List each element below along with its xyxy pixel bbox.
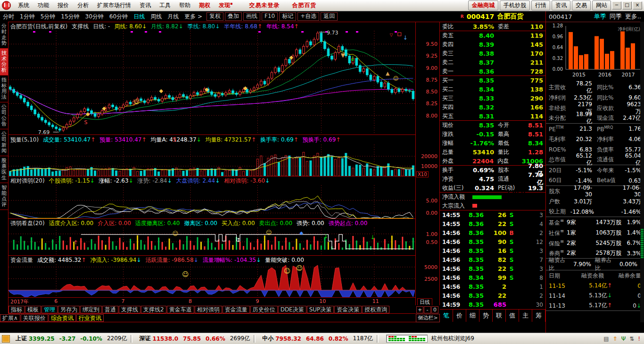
menu-item-功能[interactable]: 功能 — [33, 1, 53, 9]
extension-tab-综合资讯[interactable]: 综合资讯 — [49, 314, 76, 322]
sidebar-item-股票医生[interactable]: 股票医生 — [0, 156, 8, 183]
indicator-tab-管理[interactable]: 管理 — [41, 306, 58, 313]
sidebar-toggle[interactable]: 侧边栏> — [416, 314, 440, 322]
menu-item-系统[interactable]: 系统 — [14, 1, 33, 9]
menu-item-期权[interactable]: 期权 — [195, 1, 215, 9]
status-app-icon[interactable] — [2, 335, 10, 343]
chart-header: 合肥百货(日线,前复权) 支撑线 日线: -周线: 8.60↓月线: 8.82↓… — [8, 22, 415, 31]
top-button-行情[interactable]: 行情 — [531, 0, 550, 10]
indicator-tab-另存为[interactable]: 另存为 — [58, 306, 80, 313]
top-button-资讯[interactable]: 资讯 — [552, 0, 570, 10]
quote-tab-价[interactable]: 价 — [453, 310, 466, 322]
indicator-tab-相对强弱[interactable]: 相对强弱 — [195, 306, 222, 313]
sidebar-item-技术分析[interactable]: 技术分析 — [0, 49, 8, 76]
indicator-tab-SUP决策[interactable]: SUP决策 — [307, 306, 334, 313]
period-tab-1分钟[interactable]: 1分钟 — [20, 13, 35, 21]
toolbar-action-F10[interactable]: F10 — [262, 12, 278, 21]
menu-item-资讯[interactable]: 资讯 — [135, 1, 155, 9]
rs-chart[interactable] — [8, 185, 415, 219]
sk-chart[interactable]: ↑☺↑☺◆↓↓ — [8, 227, 415, 256]
upload-icon[interactable]: ⇑ — [613, 336, 618, 342]
period-tab-15分钟[interactable]: 15分钟 — [61, 13, 79, 21]
indicator-tab-资金决策[interactable]: 资金决策 — [334, 306, 362, 313]
period-tab-周线[interactable]: 周线 — [150, 13, 162, 21]
toolbar-action-复权[interactable]: 复权 — [206, 12, 223, 21]
menu-item-发现[interactable]: 发现▪ — [215, 1, 237, 9]
period-tab-更多 >[interactable]: 更多 > — [184, 13, 202, 21]
top-button-手机炒股[interactable]: 手机炒股 — [500, 0, 530, 10]
margin-summary-row: 融资占比7.90%融券占比0.00% — [546, 259, 644, 270]
f10-view-更多..[interactable]: 更多.. — [625, 13, 641, 20]
indicator-tab-支撑线2[interactable]: 支撑线2 — [141, 306, 166, 313]
sidebar-item-公司新闻[interactable]: 公司新闻 — [0, 129, 8, 156]
quote-tab-势[interactable]: 势 — [479, 310, 493, 322]
zoom-reset-button[interactable]: 0 — [431, 306, 438, 313]
toolbar-action-画线[interactable]: 画线 — [243, 12, 260, 21]
sidebar-item-公司公告[interactable]: 公司公告 — [0, 102, 8, 129]
svg-text:7.69: 7.69 — [38, 129, 50, 134]
period-tab-日线[interactable]: 日线 — [133, 13, 145, 21]
sidebar-item-指标用法[interactable]: 指标用法 — [0, 76, 8, 102]
indicator-tab-资金流量[interactable]: 资金流量 — [223, 306, 250, 313]
top-button-网站[interactable]: 网站 — [592, 0, 611, 10]
indicator-tab-绑定到[interactable]: 绑定到 — [80, 306, 102, 313]
f10-view-switcher: 单季同季更多.. — [591, 12, 641, 21]
indicator-tab-DDE决策[interactable]: DDE决策 — [278, 306, 306, 313]
quote-tab-筹[interactable]: 筹 — [532, 310, 545, 322]
index-amount: 2209亿 — [107, 335, 127, 343]
f10-view-同季[interactable]: 同季 — [610, 13, 622, 20]
sidebar-item-智能点评[interactable]: 智能点评 — [0, 183, 8, 210]
quote-header: R 000417 合肥百货 — [440, 11, 545, 22]
right-scrollbar[interactable] — [640, 22, 644, 322]
quote-tab-联[interactable]: 联 — [493, 310, 506, 322]
zoom-out-button[interactable]: - — [424, 306, 431, 313]
quote-tab-值[interactable]: 值 — [506, 310, 519, 322]
indicator-tab-支撑线[interactable]: 支撑线 — [119, 306, 140, 313]
toolbar-action-叠加[interactable]: 叠加 — [225, 12, 242, 21]
toolbar-action-+自选[interactable]: +自选 — [297, 12, 319, 21]
extension-tab-行业资讯[interactable]: 行业资讯 — [76, 314, 104, 322]
period-tab-分时[interactable]: 分时 — [3, 13, 14, 21]
menu-item-分析[interactable]: 分析 — [73, 1, 93, 9]
period-tab-60分钟[interactable]: 60分钟 — [109, 13, 128, 21]
quote-tab-主[interactable]: 主 — [519, 310, 532, 322]
period-tab-30分钟[interactable]: 30分钟 — [85, 13, 104, 21]
document-icon[interactable]: ▤ — [603, 336, 609, 342]
toolbar-action-返回[interactable]: 返回 — [321, 12, 338, 21]
quote-tab-细[interactable]: 细 — [466, 310, 479, 322]
menu-item-扩展市场行情[interactable]: 扩展市场行情 — [93, 1, 135, 9]
zoom-in-button[interactable]: + — [416, 306, 423, 313]
period-tab-月线[interactable]: 月线 — [167, 13, 179, 21]
extension-tab-扩展∧[interactable]: 扩展∧ — [0, 314, 20, 322]
minimize-button[interactable]: ─ — [612, 1, 621, 9]
quote-tab-笔[interactable]: 笔 — [440, 310, 453, 322]
indicator-tab-指标[interactable]: 指标 — [8, 306, 25, 313]
menu-item-工具[interactable]: 工具 — [155, 1, 175, 9]
period-tab-5分钟[interactable]: 5分钟 — [41, 13, 56, 21]
network-led-indicator — [386, 335, 428, 343]
restore-button[interactable]: □ — [622, 1, 632, 9]
alert-icon[interactable]: ! — [638, 336, 640, 342]
indicator-tab-历史价位[interactable]: 历史价位 — [250, 306, 278, 313]
sidebar-item-分时走势[interactable]: 分时走势 — [0, 22, 8, 49]
f10-view-单季[interactable]: 单季 — [594, 13, 606, 20]
indicator-tab-普通[interactable]: 普通 — [102, 306, 118, 313]
transfer-icon[interactable]: ⇅ — [629, 336, 634, 342]
volume-chart[interactable] — [8, 144, 415, 176]
menu-item-报价[interactable]: 报价 — [53, 1, 73, 9]
close-button[interactable]: × — [633, 1, 642, 9]
indicator-tab-授权查询[interactable]: 授权查询 — [362, 306, 389, 313]
extension-tab-关联报价[interactable]: 关联报价 — [21, 314, 48, 322]
indicator-tab-模板[interactable]: 模板 — [25, 306, 41, 313]
rs-field: 个股强弱: -1.15↓ — [49, 177, 95, 185]
top-button-交易[interactable]: 交易 — [572, 0, 591, 10]
scrollbar-thumb[interactable] — [641, 229, 644, 258]
menu-item-帮助[interactable]: 帮助 — [175, 1, 195, 9]
indicator-tab-黄金车道[interactable]: 黄金车道 — [167, 306, 194, 313]
main-candle-chart[interactable]: 9.737.69▽◆◆☺◆◆◆◆S▼↓▲☺↓ — [8, 31, 415, 135]
flow-chart[interactable]: ☺☺☺ — [8, 264, 415, 298]
index-name: 上证 — [16, 335, 27, 343]
signal-icon[interactable]: Ψ — [621, 336, 626, 342]
toolbar-action-标记[interactable]: 标记 — [279, 12, 296, 21]
top-button-金融商城[interactable]: 金融商城 — [468, 0, 498, 10]
